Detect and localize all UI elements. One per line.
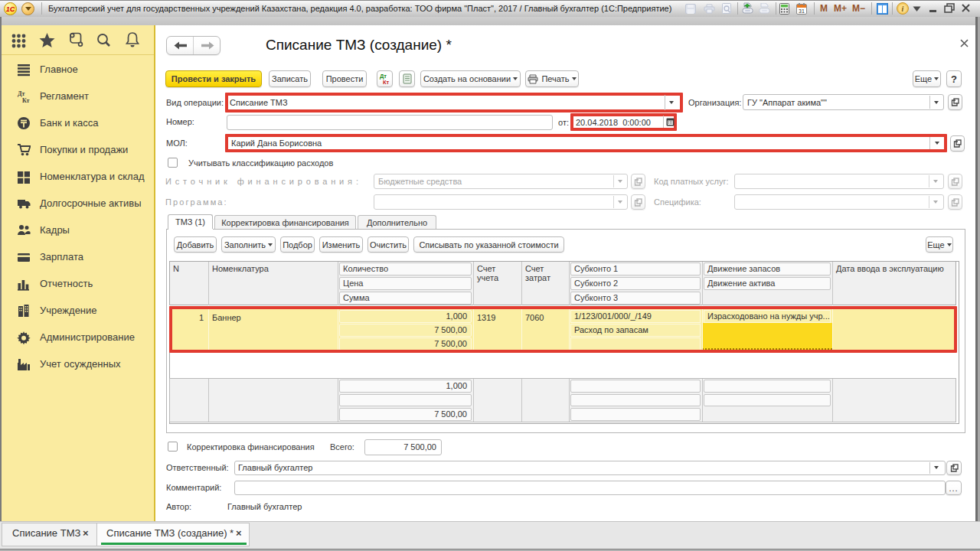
svg-text:Дт: Дт [18,90,25,97]
svg-text:i: i [902,5,904,13]
svg-text:Кт: Кт [22,97,30,103]
svg-text:31: 31 [799,8,805,14]
svg-text:Кт: Кт [383,79,390,85]
